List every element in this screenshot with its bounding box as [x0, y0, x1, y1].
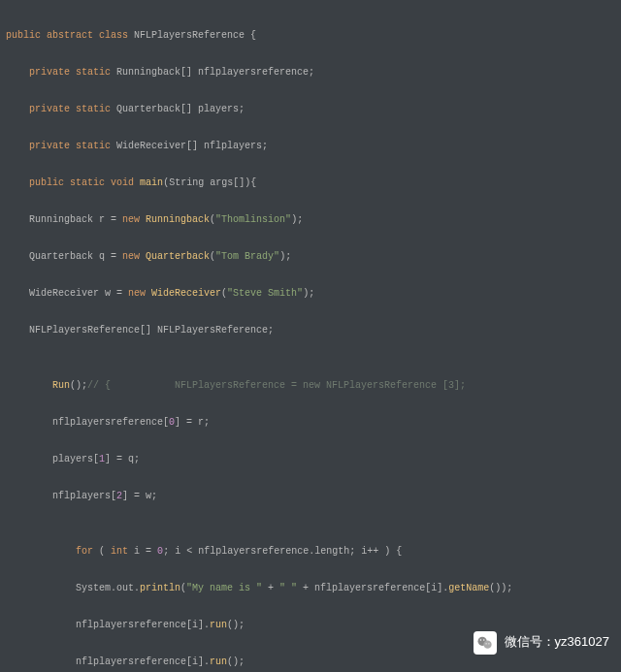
code-line: public static void main(String args[]){ — [6, 177, 256, 188]
svg-point-4 — [485, 643, 486, 644]
code-line: NFLPlayersReference[] NFLPlayersReferenc… — [6, 325, 274, 336]
svg-point-5 — [488, 643, 489, 644]
svg-point-1 — [483, 640, 491, 648]
code-line: Quarterback q = new Quarterback("Tom Bra… — [6, 251, 291, 262]
wechat-icon — [474, 631, 497, 655]
code-line: Run();// { NFLPlayersReference = new NFL… — [6, 380, 466, 391]
code-line: for ( int i = 0; i < nflplayersreference… — [6, 546, 402, 557]
code-line: Runningback r = new Runningback("Thomlin… — [6, 214, 303, 225]
code-line: public abstract class NFLPlayersReferenc… — [6, 30, 256, 41]
code-line: WideReceiver w = new WideReceiver("Steve… — [6, 288, 314, 299]
code-line: nflplayersreference[i].run(); — [6, 656, 245, 667]
code-line: private static WideReceiver[] nflplayers… — [6, 141, 268, 151]
code-line: System.out.println("My name is " + " " +… — [6, 583, 512, 593]
wechat-id: 微信号：yz361027 — [505, 630, 609, 655]
wechat-badge: 微信号：yz361027 — [474, 630, 609, 655]
code-line: players[1] = q; — [6, 454, 140, 464]
svg-point-2 — [479, 639, 481, 641]
code-block: public abstract class NFLPlayersReferenc… — [6, 8, 615, 672]
code-line: private static Quarterback[] players; — [6, 104, 245, 114]
code-line: nflplayersreference[0] = r; — [6, 417, 210, 428]
svg-point-3 — [483, 639, 485, 641]
code-line: private static Runningback[] nflplayersr… — [6, 67, 314, 78]
code-line: nflplayers[2] = w; — [6, 491, 157, 501]
code-line: nflplayersreference[i].run(); — [6, 620, 245, 630]
